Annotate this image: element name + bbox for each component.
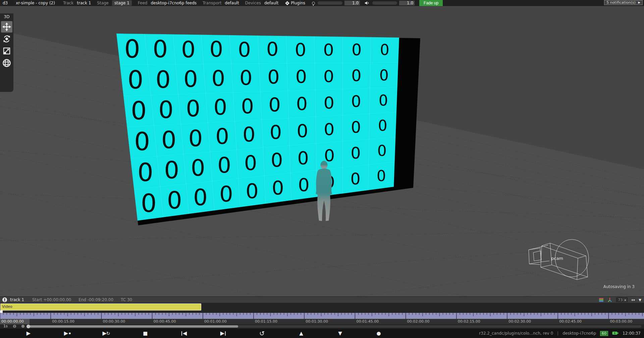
globe-icon <box>2 58 11 68</box>
track-counter-box[interactable]: 73 <box>616 297 628 302</box>
timeline-tick-label: 00:00:30.00 <box>103 319 125 324</box>
scale-tool-button[interactable] <box>1 45 12 57</box>
globe-tool-button[interactable] <box>1 57 12 69</box>
track-menu-value[interactable]: track 1 <box>77 1 91 5</box>
screen-zero-glyph: 0 <box>296 93 308 114</box>
screen-zero-glyph: 0 <box>324 93 334 113</box>
screen-zero-glyph: 0 <box>241 95 254 118</box>
devices-menu-label: Devices <box>245 1 261 5</box>
screen-zero-glyph: 0 <box>352 41 362 59</box>
screen-zero-glyph: 0 <box>323 66 334 86</box>
stop-button[interactable]: ■ <box>143 331 148 336</box>
screen-zero-glyph: 0 <box>351 118 361 136</box>
stage-viewport[interactable]: 0000000000000000000000000000000000000000… <box>0 6 644 296</box>
volume-icon <box>365 1 370 5</box>
return-to-start-button[interactable]: ↺ <box>259 331 265 336</box>
playhead-marker[interactable] <box>0 311 3 313</box>
screen-zero-glyph: 0 <box>153 35 168 63</box>
track-end-field[interactable]: End -00:09:20.00 <box>78 297 113 302</box>
counter-checkbox[interactable] <box>624 298 627 301</box>
zoom-in-button[interactable]: ⊕ <box>21 324 25 329</box>
timeline-tick-label: 00:02:15.00 <box>458 319 480 324</box>
next-track-button[interactable]: ▼ <box>338 331 342 336</box>
track-name[interactable]: track 1 <box>10 297 24 302</box>
screen-zero-glyph: 0 <box>243 123 256 146</box>
screen-zero-glyph: 0 <box>217 153 231 178</box>
rotate-tool-button[interactable] <box>1 33 12 45</box>
stage-scene: 0000000000000000000000000000000000000000… <box>0 6 644 296</box>
track-start-field[interactable]: Start +00:00:00.00 <box>32 297 71 302</box>
screen-zero-glyph: 0 <box>211 66 225 91</box>
layer-lane: Video <box>0 303 644 313</box>
camera-label: pcam <box>551 256 563 261</box>
zoom-out-button[interactable]: ⊖ <box>13 324 16 329</box>
transport-menu-label: Transport <box>203 1 221 5</box>
screen-zero-glyph: 0 <box>138 158 153 187</box>
timeline-labels-row: 00:00:00.0000:00:15.0000:00:30.0000:00:4… <box>0 319 644 324</box>
screen-zero-glyph: 0 <box>266 38 278 61</box>
previous-track-button[interactable]: ▲ <box>299 331 303 336</box>
plugins-menu[interactable]: Plugins <box>291 1 305 5</box>
layers-icon[interactable] <box>599 298 603 302</box>
timeline-tick-label: 00:01:45.00 <box>356 319 379 324</box>
notifications-label: 5 notification(s) <box>606 0 636 5</box>
screen-zero-glyph: 0 <box>378 117 387 134</box>
collapse-track-button[interactable]: ▼ <box>639 298 641 302</box>
volume-value[interactable]: 1.0 <box>399 1 415 5</box>
screen-zero-glyph: 0 <box>272 177 284 200</box>
timeline-ruler[interactable] <box>0 313 644 319</box>
track-timecode-field[interactable]: TC 30 <box>121 297 132 302</box>
app-logo[interactable]: d3 <box>3 1 8 5</box>
view-mode-label[interactable]: 3D <box>0 13 13 20</box>
timeline-tick-label: 00:02:00.00 <box>407 319 430 324</box>
devices-menu-value[interactable]: default <box>264 1 278 5</box>
screen-zero-glyph: 0 <box>269 94 281 116</box>
screen-zero-glyph: 0 <box>164 156 179 184</box>
screen-zero-glyph: 0 <box>324 119 334 139</box>
notifications-button[interactable]: 5 notification(s) ▶ <box>604 0 643 5</box>
feed-menu-value[interactable]: desktop-i7cno6p feeds <box>151 1 197 5</box>
screen-zero-glyph: 0 <box>377 142 387 159</box>
rotate-icon <box>2 34 11 44</box>
timeline-scrollbar-knob[interactable] <box>26 325 30 328</box>
screen-zero-glyph: 0 <box>267 66 279 89</box>
screen-zero-glyph: 0 <box>352 66 362 85</box>
project-menu[interactable]: xr-simple - copy (2) <box>16 1 55 5</box>
play-to-next-section-button[interactable]: ▶● <box>64 331 71 336</box>
brightness-slider[interactable] <box>318 1 342 5</box>
track-header-bar: track 1 Start +00:00:00.00 End -00:09:20… <box>0 296 644 303</box>
axes-icon[interactable] <box>607 297 612 302</box>
stage-menu-value[interactable]: stage 1 <box>112 0 132 6</box>
screen-zero-glyph: 0 <box>377 167 386 184</box>
timeline-tick-label: 00:01:15.00 <box>255 319 277 324</box>
expand-horizontal-button[interactable]: ↔ <box>631 298 635 302</box>
transport-menu-value[interactable]: default <box>225 1 239 5</box>
video-layer-clip[interactable]: Video <box>0 303 201 311</box>
status-bar: r32.2_candc/plugins/colo...nch, rev 0 | … <box>479 329 641 338</box>
previous-section-button[interactable]: ◀ <box>181 331 187 336</box>
screen-zero-glyph: 0 <box>270 121 282 144</box>
timeline-tick-label: 00:00:15.00 <box>52 319 74 324</box>
screen-zero-glyph: 0 <box>246 179 259 203</box>
plugins-icon <box>285 1 289 5</box>
timeline-scrollbar-thumb[interactable] <box>28 325 238 328</box>
screen-zero-glyph: 0 <box>215 124 229 149</box>
fade-up-button[interactable]: Fade up <box>419 0 443 6</box>
loop-section-button[interactable]: ▶↻ <box>102 331 110 336</box>
play-button[interactable]: ▶ <box>26 331 31 336</box>
brightness-value[interactable]: 1.0 <box>344 1 360 5</box>
screen-zero-glyph: 0 <box>296 66 307 87</box>
volume-slider[interactable] <box>372 1 397 5</box>
record-button[interactable]: ● <box>376 331 381 336</box>
battery-icon <box>612 331 619 335</box>
screen-zero-glyph: 0 <box>379 67 389 84</box>
screen-zero-glyph: 0 <box>295 39 306 60</box>
next-section-button[interactable]: ▶ <box>220 331 226 336</box>
build-version: r32.2_candc/plugins/colo...nch, rev 0 <box>479 331 553 336</box>
timeline-tick-label: 00:00:45.00 <box>154 319 176 324</box>
track-icon <box>2 297 7 302</box>
screen-zero-glyph: 0 <box>244 151 257 175</box>
timeline-tick-label: 00:02:45.00 <box>559 319 582 324</box>
screen-zero-glyph: 0 <box>297 120 308 142</box>
move-tool-button[interactable] <box>1 21 12 33</box>
